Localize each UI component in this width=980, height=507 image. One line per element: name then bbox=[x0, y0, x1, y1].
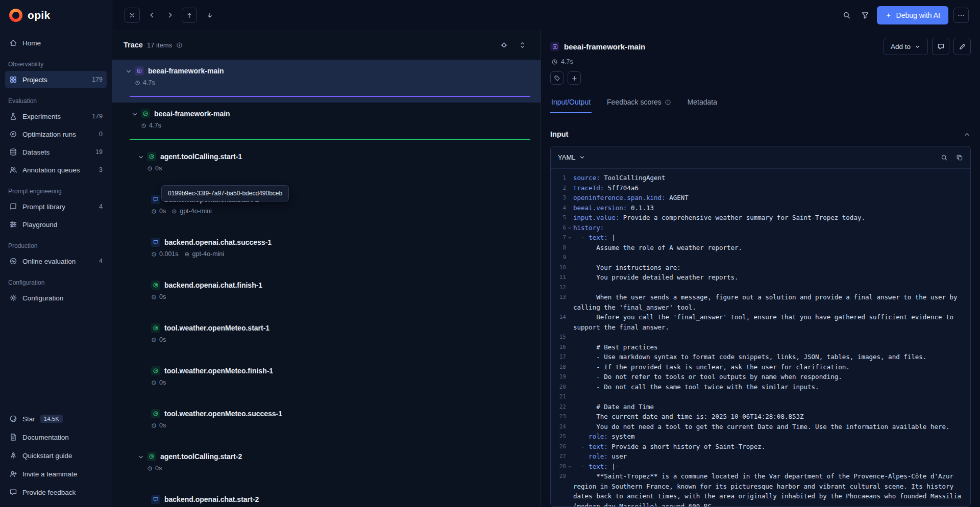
edit-button[interactable] bbox=[953, 38, 971, 55]
span-name: agent.toolCalling.start-1 bbox=[160, 153, 242, 161]
chat-icon bbox=[151, 495, 160, 504]
code-line: 8 Assume the role of A weather reporter. bbox=[555, 243, 963, 253]
sidebar-item-prompt-library[interactable]: Prompt library4 bbox=[5, 198, 107, 215]
focus-trace-button[interactable] bbox=[497, 38, 511, 52]
footer-item-provide-feedback[interactable]: Provide feedback bbox=[5, 484, 107, 501]
code-line: 24 You do not need a tool to get the cur… bbox=[555, 422, 963, 432]
close-trace-button[interactable] bbox=[125, 8, 140, 23]
code-language-select[interactable]: YAML bbox=[558, 154, 585, 161]
opik-logo[interactable]: opik bbox=[0, 0, 112, 31]
code-text: traceId: 5ff704a6 bbox=[573, 183, 963, 193]
span-duration: 4.7s bbox=[143, 79, 155, 86]
debug-with-ai-button[interactable]: Debug with AI bbox=[877, 6, 948, 24]
footer-item-star[interactable]: Star14.5K bbox=[5, 410, 107, 427]
trace-row[interactable]: backend.openai.chat.start-20s bbox=[112, 488, 541, 507]
tab-feedback-scores[interactable]: Feedback scores bbox=[606, 93, 672, 113]
footer-item-documentation[interactable]: Documentation bbox=[5, 428, 107, 446]
line-number: 16 bbox=[555, 342, 566, 352]
unfold-icon bbox=[519, 41, 526, 49]
detail-actions: Add to bbox=[884, 38, 971, 55]
expand-collapse-button[interactable] bbox=[515, 38, 529, 52]
collapse-input-button[interactable] bbox=[963, 131, 971, 138]
trace-row[interactable]: tool.weather.openMeteo.success-10s bbox=[112, 402, 541, 445]
sidebar-item-count: 179 bbox=[92, 76, 103, 83]
code-line: 19 - Do not refer to tools or tool outpu… bbox=[555, 372, 963, 382]
fold-spacer bbox=[566, 471, 573, 506]
fold-chevron-icon[interactable] bbox=[566, 233, 573, 243]
tag-button[interactable] bbox=[550, 71, 564, 85]
sidebar-item-label: Annotation queues bbox=[22, 166, 80, 174]
chevron-down-icon[interactable] bbox=[137, 453, 145, 461]
fold-chevron-icon[interactable] bbox=[566, 223, 573, 233]
sidebar-item-home[interactable]: Home bbox=[5, 34, 107, 52]
code-body[interactable]: 1source: ToolCallingAgent2traceId: 5ff70… bbox=[551, 169, 970, 506]
add-tag-button[interactable] bbox=[568, 71, 581, 85]
chevron-down-icon[interactable] bbox=[131, 111, 139, 118]
span-name: tool.weather.openMeteo.finish-1 bbox=[164, 367, 273, 375]
users-icon bbox=[9, 166, 17, 174]
sidebar-section-prompt-engineering: Prompt engineering bbox=[8, 188, 104, 195]
more-dots-icon bbox=[957, 11, 965, 19]
move-down-button[interactable] bbox=[202, 8, 217, 23]
sidebar-item-label: Prompt library bbox=[22, 203, 65, 211]
sidebar-item-configuration[interactable]: Configuration bbox=[5, 289, 107, 307]
footer-item-invite-a-teammate[interactable]: Invite a teammate bbox=[5, 465, 107, 483]
more-options-button[interactable] bbox=[953, 8, 969, 23]
sidebar-item-annotation-queues[interactable]: Annotation queues3 bbox=[5, 161, 107, 179]
footer-item-quickstart-guide[interactable]: Quickstart guide bbox=[5, 447, 107, 464]
code-line: 17 - Use markdown syntax to format code … bbox=[555, 352, 963, 362]
tab-label: Feedback scores bbox=[607, 98, 662, 106]
sidebar-item-datasets[interactable]: Datasets19 bbox=[5, 143, 107, 161]
trace-row[interactable]: backend.openai.chat.finish-10s bbox=[112, 274, 541, 317]
sidebar-item-optimization-runs[interactable]: Optimization runs0 bbox=[5, 125, 107, 143]
fold-spacer bbox=[566, 203, 573, 213]
fold-spacer bbox=[566, 352, 573, 362]
fold-chevron-icon[interactable] bbox=[566, 462, 573, 472]
code-line: 18 - If the provided task is unclear, as… bbox=[555, 362, 963, 372]
next-trace-button[interactable] bbox=[163, 9, 177, 22]
trace-row[interactable]: agent.toolCalling.start-20s bbox=[112, 445, 541, 488]
trace-row[interactable]: tool.weather.openMeteo.start-10s bbox=[112, 317, 541, 360]
line-number: 29 bbox=[555, 471, 566, 506]
code-search-button[interactable] bbox=[941, 154, 948, 161]
span-model: gpt-4o-mini bbox=[180, 208, 212, 215]
add-to-button[interactable]: Add to bbox=[884, 38, 928, 55]
chevron-down-icon[interactable] bbox=[137, 154, 145, 161]
sidebar-item-playground[interactable]: Playground bbox=[5, 216, 107, 233]
sidebar-section-production: Production bbox=[8, 242, 104, 249]
search-button[interactable] bbox=[840, 9, 853, 22]
tab-metadata[interactable]: Metadata bbox=[687, 93, 718, 113]
trace-row[interactable]: backend.openai.chat.success-10.001sgpt-4… bbox=[112, 231, 541, 274]
trace-row[interactable]: tool.weather.openMeteo.finish-10s bbox=[112, 360, 541, 402]
prev-trace-button[interactable] bbox=[145, 9, 158, 22]
clock-icon bbox=[141, 123, 146, 129]
span-meta: 0s bbox=[147, 465, 242, 472]
trace-row[interactable]: beeai-framework-main4.7s bbox=[112, 103, 541, 145]
trace-row[interactable]: agent.toolCalling.start-10s bbox=[112, 145, 541, 188]
fold-spacer bbox=[566, 372, 573, 382]
comment-button[interactable] bbox=[932, 38, 949, 55]
code-text: - text: Provide a short history of Saint… bbox=[573, 442, 963, 452]
code-line: 26 - text: Provide a short history of Sa… bbox=[555, 442, 963, 452]
sidebar-item-count: 0 bbox=[99, 131, 103, 138]
span-name: tool.weather.openMeteo.start-1 bbox=[164, 324, 270, 332]
sidebar-item-online-evaluation[interactable]: Online evaluation4 bbox=[5, 252, 107, 270]
trace-row[interactable]: beeai-framework-main4.7s bbox=[112, 60, 541, 103]
span-meta: 0s bbox=[151, 293, 262, 300]
trace-panel-title: Trace bbox=[124, 41, 143, 49]
chevron-down-icon[interactable] bbox=[125, 68, 133, 75]
code-text: - Use markdown syntax to format code sni… bbox=[573, 352, 963, 362]
trace-items-count: 17 items bbox=[147, 41, 172, 49]
input-section-header: Input bbox=[550, 124, 971, 144]
chevron-up-icon bbox=[963, 131, 971, 138]
sidebar-item-projects[interactable]: Projects179 bbox=[5, 71, 107, 88]
code-block-header: YAML bbox=[551, 146, 970, 169]
move-up-button[interactable] bbox=[182, 8, 197, 23]
span-duration: 0s bbox=[159, 422, 166, 429]
tab-input-output[interactable]: Input/Output bbox=[550, 93, 592, 113]
code-copy-button[interactable] bbox=[956, 154, 963, 161]
fold-spacer bbox=[566, 332, 573, 342]
filter-button[interactable] bbox=[859, 9, 872, 22]
sidebar-item-experiments[interactable]: Experiments179 bbox=[5, 108, 107, 125]
code-text bbox=[573, 283, 963, 293]
